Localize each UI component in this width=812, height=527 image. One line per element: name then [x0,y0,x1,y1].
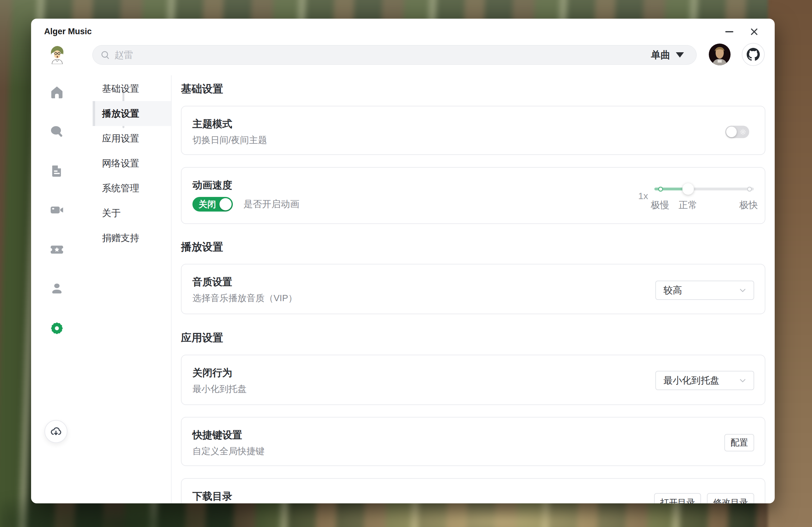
speed-value: 1x [638,191,648,201]
sidebar-item-home[interactable] [49,85,64,100]
theme-toggle[interactable] [725,126,749,138]
sidebar-item-favorites[interactable] [49,242,64,257]
slider-labels: 极慢 正常 极快 [654,199,754,212]
card-desc: 切换日间/夜间主题 [192,133,754,146]
search-bar[interactable]: 单曲 [92,45,697,65]
configure-button[interactable]: 配置 [724,434,754,452]
search-input[interactable] [114,49,651,61]
card-desc: 自定义全局快捷键 [192,444,754,458]
search-type-label: 单曲 [651,48,670,61]
chevron-down-icon [738,286,747,295]
nav-divider [171,75,172,503]
magnifier-icon [100,50,111,60]
chevron-down-icon [738,376,747,385]
theme-mode-card: 主题模式 切换日间/夜间主题 [181,106,765,155]
animation-speed-slider: 1x 极慢 正常 极快 [654,168,754,225]
nav-item-basic-settings[interactable]: 基础设置 [93,76,171,101]
slider-mark-slow [658,187,663,191]
download-manager-button[interactable] [44,420,68,443]
profile-photo-image [709,44,730,65]
open-directory-button[interactable]: 打开目录 [654,493,701,503]
nav-item-network-settings[interactable]: 网络设置 [93,151,171,176]
github-button[interactable] [742,43,765,66]
cartoon-avatar-image [47,44,67,64]
section-title-application: 应用设置 [181,330,765,345]
document-icon [49,163,64,179]
minimize-button[interactable] [723,26,736,38]
card-title: 快捷键设置 [192,428,754,442]
video-icon [49,202,64,217]
ticket-icon [49,242,64,257]
window-controls [723,26,760,38]
slider-handle[interactable] [682,183,694,195]
nav-item-system-settings[interactable]: 系统管理 [93,176,171,201]
toggle-knob [726,127,737,137]
cloud-download-icon [50,425,62,438]
sidebar-item-user[interactable] [49,281,64,296]
window-title: Alger Music [44,27,92,37]
audio-quality-card: 音质设置 选择音乐播放音质（VIP） 较高 [181,264,765,314]
card-title: 主题模式 [192,117,754,131]
animation-speed-card: 动画速度 关闭 是否开启动画 1x 极慢 正常 [181,167,765,224]
select-value: 较高 [663,284,738,297]
download-directory-card: 下载目录 打开目录 修改目录 [181,478,765,503]
animation-desc: 是否开启动画 [243,198,299,211]
nav-item-about[interactable]: 关于 [93,201,171,226]
search-icon [49,124,64,139]
app-window: Alger Music 单曲 [31,19,775,503]
select-value: 最小化到托盘 [663,374,738,387]
slider-label-slow: 极慢 [651,199,669,212]
slider-track[interactable] [654,188,754,190]
settings-content: 基础设置 主题模式 切换日间/夜间主题 动画速度 关闭 是否开启动画 1x [181,75,765,503]
nav-item-playback-settings[interactable]: 播放设置 [93,101,171,126]
close-button[interactable] [748,26,760,38]
close-icon [750,27,759,37]
home-icon [49,85,64,100]
slider-label-fast: 极快 [739,199,758,212]
avatar[interactable] [47,44,67,64]
section-title-basic: 基础设置 [181,81,765,97]
sidebar-item-playlist[interactable] [49,163,64,179]
profile-avatar[interactable] [709,44,730,65]
section-title-playback: 播放设置 [181,239,765,255]
settings-gear-icon [49,321,64,336]
nav-item-app-settings[interactable]: 应用设置 [93,126,171,151]
quality-select[interactable]: 较高 [655,281,754,300]
sidebar-item-settings[interactable] [49,321,64,336]
sun-icon [739,128,747,136]
user-icon [49,281,64,296]
minimize-icon [725,31,733,32]
close-behavior-select[interactable]: 最小化到托盘 [655,371,754,390]
switch-knob [219,198,232,210]
close-behavior-card: 关闭行为 最小化到托盘 最小化到托盘 [181,355,765,405]
nav-item-donate[interactable]: 捐赠支持 [93,226,171,251]
change-directory-button[interactable]: 修改目录 [707,493,754,503]
search-type-dropdown[interactable]: 单曲 [651,48,684,61]
dropdown-arrow-icon [676,52,684,58]
switch-label: 关闭 [199,199,216,210]
slider-mark-fast [747,187,752,191]
sidebar-item-search[interactable] [49,124,64,139]
shortcut-settings-card: 快捷键设置 自定义全局快捷键 配置 [181,417,765,466]
slider-label-normal: 正常 [679,199,697,212]
github-icon [746,47,760,61]
animation-switch[interactable]: 关闭 [192,197,233,212]
settings-nav: 基础设置 播放设置 应用设置 网络设置 系统管理 关于 捐赠支持 [93,76,171,251]
sidebar-item-mv[interactable] [49,202,64,217]
